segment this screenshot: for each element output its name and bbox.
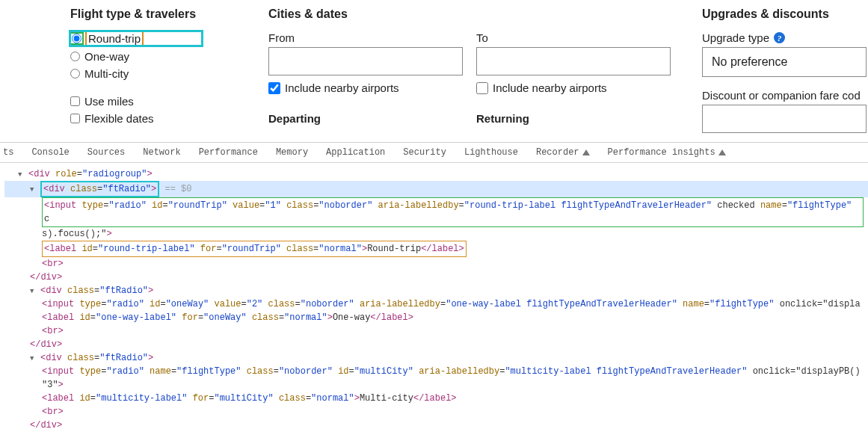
flight-type-section: Flight type & travelers Round-trip One-w… xyxy=(70,7,268,133)
one-way-label: One-way xyxy=(84,50,129,63)
dom-line[interactable]: </div> xyxy=(4,338,868,351)
use-miles-option[interactable]: Use miles xyxy=(70,95,268,108)
from-label: From xyxy=(268,31,463,44)
tab-network[interactable]: Network xyxy=(143,147,180,158)
cities-dates-heading: Cities & dates xyxy=(268,7,702,21)
returning-label: Returning xyxy=(476,112,671,125)
dom-line[interactable]: <br> xyxy=(4,257,868,271)
to-field-group: To Include nearby airports xyxy=(476,31,671,94)
dom-line[interactable]: s).focus();"> xyxy=(4,227,868,241)
multi-city-option[interactable]: Multi-city xyxy=(70,67,268,80)
cities-dates-section: Cities & dates From Include nearby airpo… xyxy=(268,7,702,133)
preview-icon xyxy=(582,149,590,155)
tab-application[interactable]: Application xyxy=(326,147,385,158)
from-nearby-label: Include nearby airports xyxy=(285,81,399,94)
from-field-group: From Include nearby airports xyxy=(268,31,463,94)
to-nearby-option[interactable]: Include nearby airports xyxy=(476,81,671,94)
tab-performance[interactable]: Performance xyxy=(199,147,258,158)
tab-security[interactable]: Security xyxy=(403,147,446,158)
from-nearby-checkbox[interactable] xyxy=(268,82,280,94)
upgrades-heading: Upgrades & discounts xyxy=(702,7,868,21)
dom-line[interactable]: </div> xyxy=(4,271,868,284)
from-nearby-option[interactable]: Include nearby airports xyxy=(268,81,463,94)
dom-tree[interactable]: <div role="radiogroup"> <div class="ftRa… xyxy=(0,163,868,432)
flight-type-heading: Flight type & travelers xyxy=(70,7,268,21)
tab-lighthouse[interactable]: Lighthouse xyxy=(464,147,518,158)
upgrade-type-label: Upgrade type xyxy=(702,31,769,44)
to-label: To xyxy=(476,31,671,44)
dom-line[interactable]: <div role="radiogroup"> xyxy=(4,167,868,181)
preview-icon xyxy=(718,149,726,155)
dom-line[interactable]: <div class="ftRadio"> xyxy=(4,351,868,365)
discount-label: Discount or companion fare cod xyxy=(702,89,868,102)
round-trip-radio[interactable] xyxy=(72,34,81,43)
dom-line[interactable]: <div class="ftRadio"> xyxy=(4,284,868,297)
departing-label: Departing xyxy=(268,112,463,125)
one-way-option[interactable]: One-way xyxy=(70,50,268,63)
to-input[interactable] xyxy=(476,47,671,75)
upgrades-section: Upgrades & discounts Upgrade type ? No p… xyxy=(702,7,868,133)
multi-city-label: Multi-city xyxy=(84,67,129,80)
flexible-dates-option[interactable]: Flexible dates xyxy=(70,112,268,125)
round-trip-label: Round-trip xyxy=(87,32,142,45)
use-miles-checkbox[interactable] xyxy=(70,96,80,106)
tab-elements-partial[interactable]: ts xyxy=(0,147,13,158)
use-miles-label: Use miles xyxy=(84,95,134,108)
tab-performance-insights[interactable]: Performance insights xyxy=(608,147,726,158)
dom-line[interactable]: </div> xyxy=(4,419,868,432)
devtools-tabs: ts Console Sources Network Performance M… xyxy=(0,143,868,163)
dom-line[interactable]: <br> xyxy=(4,405,868,419)
tab-console[interactable]: Console xyxy=(31,147,69,158)
round-trip-option[interactable]: Round-trip xyxy=(70,31,268,46)
to-nearby-checkbox[interactable] xyxy=(476,82,488,94)
one-way-radio[interactable] xyxy=(70,52,80,61)
dom-line[interactable]: <input type="radio" name="flightType" cl… xyxy=(4,365,868,378)
dom-line[interactable]: <label id="multicity-label" for="multiCi… xyxy=(4,392,868,405)
upgrade-type-value: No preference xyxy=(712,55,787,69)
tab-recorder[interactable]: Recorder xyxy=(536,147,590,158)
tab-sources[interactable]: Sources xyxy=(87,147,125,158)
discount-input[interactable] xyxy=(702,105,867,133)
upgrade-type-select[interactable]: No preference xyxy=(702,47,867,77)
dom-line[interactable]: <label id="round-trip-label" for="roundT… xyxy=(4,241,868,257)
info-icon[interactable]: ? xyxy=(774,32,785,43)
dom-line-selected[interactable]: <div class="ftRadio"> == $0 xyxy=(4,181,868,197)
dom-line[interactable]: <input type="radio" id="roundTrip" value… xyxy=(42,197,864,227)
dom-line[interactable]: <label id="one-way-label" for="oneWay" c… xyxy=(4,311,868,324)
flexible-dates-label: Flexible dates xyxy=(84,112,154,125)
tab-memory[interactable]: Memory xyxy=(276,147,308,158)
multi-city-radio[interactable] xyxy=(70,69,80,78)
flexible-dates-checkbox[interactable] xyxy=(70,114,80,123)
to-nearby-label: Include nearby airports xyxy=(493,81,607,94)
devtools-panel: ts Console Sources Network Performance M… xyxy=(0,142,868,432)
from-input[interactable] xyxy=(268,47,463,75)
flight-search-form: Flight type & travelers Round-trip One-w… xyxy=(0,0,868,142)
dom-line[interactable]: <input type="radio" id="oneWay" value="2… xyxy=(4,297,868,311)
dom-line[interactable]: <br> xyxy=(4,324,868,338)
dom-line[interactable]: "3"> xyxy=(4,378,868,392)
